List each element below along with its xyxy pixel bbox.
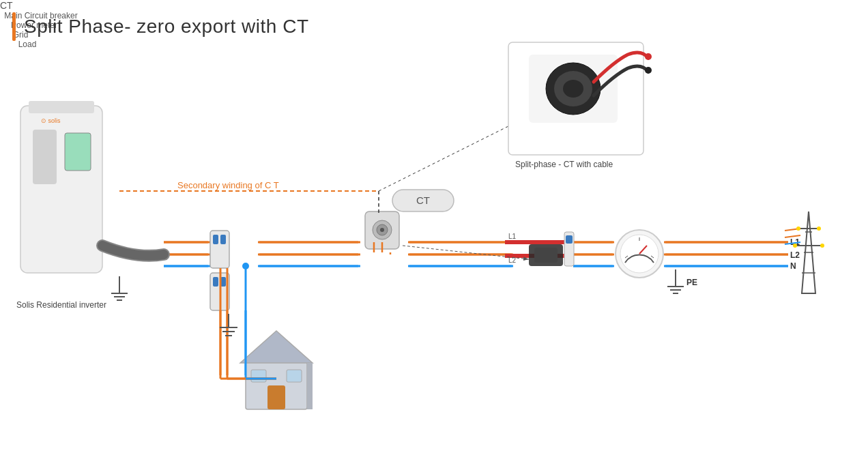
svg-rect-30 — [20, 106, 102, 273]
svg-marker-99 — [307, 363, 313, 409]
svg-text:PE: PE — [686, 278, 697, 287]
svg-point-64 — [645, 53, 652, 60]
svg-rect-34 — [65, 133, 91, 171]
svg-marker-95 — [240, 331, 313, 363]
svg-point-65 — [645, 67, 652, 74]
svg-point-91 — [817, 226, 821, 231]
svg-text:N: N — [790, 261, 796, 271]
svg-rect-31 — [29, 101, 94, 113]
svg-rect-74 — [566, 235, 573, 244]
svg-text:⊙ solis: ⊙ solis — [41, 117, 61, 124]
svg-point-90 — [796, 226, 800, 231]
svg-rect-72 — [534, 248, 558, 263]
page-container: Split Phase- zero export with CT Seconda… — [0, 0, 868, 468]
svg-rect-32 — [33, 130, 57, 184]
svg-rect-96 — [267, 385, 285, 409]
diagram-svg: L1 L2 N PE ⊙ solis — [0, 0, 868, 468]
svg-point-92 — [793, 244, 797, 248]
svg-rect-41 — [220, 235, 226, 244]
svg-text:CT: CT — [416, 194, 430, 206]
svg-rect-40 — [213, 235, 218, 244]
svg-text:Split-phase - CT with cable: Split-phase - CT with cable — [515, 160, 613, 169]
svg-rect-98 — [287, 370, 302, 382]
svg-text:L1: L1 — [508, 233, 517, 240]
svg-point-63 — [563, 80, 583, 98]
svg-point-52 — [380, 228, 384, 232]
svg-rect-97 — [251, 370, 266, 382]
svg-text:L2: L2 — [790, 250, 800, 260]
svg-rect-43 — [213, 277, 218, 287]
svg-point-93 — [820, 244, 824, 248]
